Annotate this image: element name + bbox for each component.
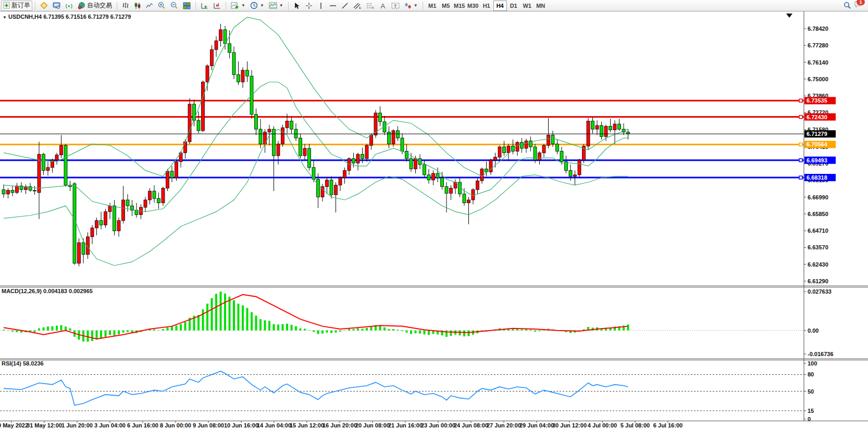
dropdown-caret: ▼	[241, 3, 245, 8]
svg-text:6.66990: 6.66990	[808, 194, 828, 200]
zoom-out-button[interactable]	[168, 1, 180, 11]
timeframe-h4[interactable]: H4	[493, 1, 507, 11]
trendline-tool-button[interactable]	[339, 1, 351, 11]
search-button[interactable]	[841, 1, 853, 11]
candle-body	[210, 49, 214, 66]
timeframe-h1[interactable]: H1	[480, 1, 493, 11]
timeframe-w1[interactable]: W1	[520, 1, 534, 11]
candle-body	[286, 121, 289, 128]
cursor-tool-button[interactable]	[291, 1, 303, 11]
timeframe-mn[interactable]: MN	[534, 1, 548, 11]
candle-body	[427, 175, 430, 180]
candle-body	[627, 132, 630, 134]
candle-body	[113, 206, 116, 231]
chart-shift-button[interactable]	[211, 1, 223, 11]
candle-body	[170, 171, 173, 178]
new-order-button[interactable]: 新订单	[1, 1, 32, 11]
candle-body	[78, 243, 81, 263]
candle-body	[396, 131, 400, 138]
candle-body	[82, 243, 85, 255]
candle-body	[613, 124, 616, 130]
crosshair-tool-button[interactable]	[303, 1, 315, 11]
time-axis[interactable]: 30 May 202231 May 12:001 Jun 20:003 Jun …	[0, 421, 683, 429]
candle-body	[556, 144, 559, 151]
candle-body	[494, 157, 497, 160]
timeframe-m30[interactable]: M30	[466, 1, 480, 11]
candle-body	[432, 173, 435, 180]
line-end-marker[interactable]	[799, 99, 802, 102]
candle-body	[11, 191, 14, 193]
signals-button[interactable]	[63, 1, 75, 11]
candle-body	[542, 145, 545, 153]
candle-body	[193, 104, 196, 120]
text-tool-button[interactable]: A	[377, 1, 389, 11]
new-order-label: 新订单	[11, 1, 30, 10]
timeframe-bar: M1M5M15M30H1H4D1W1MN	[426, 1, 548, 11]
line-chart-mode-button[interactable]	[144, 1, 155, 11]
equidistant-channel-tool-button[interactable]: E	[351, 1, 364, 11]
timeframe-d1[interactable]: D1	[507, 1, 520, 11]
candle-body	[228, 44, 231, 53]
autotrading-button[interactable]: 自动交易	[76, 1, 114, 11]
line-end-marker[interactable]	[799, 116, 802, 119]
fibonacci-tool-button[interactable]: F	[364, 1, 377, 11]
macd-values: 0.004183 0.002965	[43, 288, 93, 294]
tile-windows-button[interactable]	[181, 1, 193, 11]
bar-chart-mode-button[interactable]	[120, 1, 131, 11]
line-end-marker[interactable]	[799, 159, 802, 162]
indicators-button[interactable]: ▼	[229, 1, 247, 11]
text-label-tool-button[interactable]: T	[389, 1, 402, 11]
dropdown-caret: ▼	[279, 3, 283, 8]
candle-body	[215, 41, 218, 49]
zoom-in-button[interactable]	[156, 1, 168, 11]
notifications-button[interactable]: 1	[854, 1, 863, 10]
timeframe-m5[interactable]: M5	[439, 1, 453, 11]
candle-body	[188, 104, 191, 142]
auto-scroll-button[interactable]	[199, 1, 210, 11]
templates-button[interactable]: ▼	[267, 1, 286, 11]
time-axis-label: 30 Jun 12:00	[552, 422, 587, 428]
template-icon	[269, 2, 277, 9]
svg-text:A: A	[381, 2, 386, 9]
metaeditor-button[interactable]	[38, 1, 50, 11]
macd-axis-tick: 0.00	[808, 327, 819, 334]
time-axis-label: 27 Jun 20:00	[487, 422, 521, 428]
crosshair-icon	[305, 2, 313, 9]
terminal-button[interactable]	[51, 1, 63, 11]
svg-text:T: T	[394, 4, 397, 9]
candle-body	[498, 147, 501, 157]
line-end-marker[interactable]	[799, 176, 802, 179]
candle-body	[450, 188, 453, 193]
candlestick-mode-button[interactable]	[132, 1, 143, 11]
symbol-dropdown-arrow[interactable]: ▼	[3, 15, 7, 20]
candle-body	[16, 186, 19, 193]
line-end-marker[interactable]	[799, 143, 802, 146]
vertical-line-tool-button[interactable]	[315, 1, 327, 11]
horizontal-line-tool-button[interactable]	[327, 1, 339, 11]
candle-body	[166, 171, 169, 188]
arrows-tool-button[interactable]: ▼	[402, 1, 420, 11]
candle-body	[60, 145, 63, 155]
periods-button[interactable]: ▼	[248, 1, 266, 11]
chart-canvas[interactable]: 6.784206.772806.761406.750006.738606.727…	[0, 11, 868, 429]
svg-text:6.63570: 6.63570	[808, 244, 828, 250]
candle-body	[334, 185, 338, 195]
candle-body	[268, 129, 271, 132]
bar-chart-icon	[122, 2, 129, 9]
time-axis-label: 16 Jun 20:00	[323, 422, 357, 428]
candle-body	[414, 159, 417, 169]
timeframe-m1[interactable]: M1	[426, 1, 439, 11]
new-order-icon	[3, 2, 10, 9]
candle-body	[423, 165, 426, 175]
candle-body	[591, 121, 594, 130]
timeframe-m15[interactable]: M15	[453, 1, 466, 11]
candle-body	[219, 30, 222, 41]
candle-body	[197, 120, 200, 131]
candle-body	[184, 142, 187, 153]
chart-shift-icon	[213, 2, 221, 9]
candle-body	[255, 115, 258, 129]
line-chart-icon	[146, 2, 153, 9]
candle-body	[379, 113, 382, 122]
candle-body	[2, 190, 5, 194]
candle-body	[445, 187, 448, 194]
